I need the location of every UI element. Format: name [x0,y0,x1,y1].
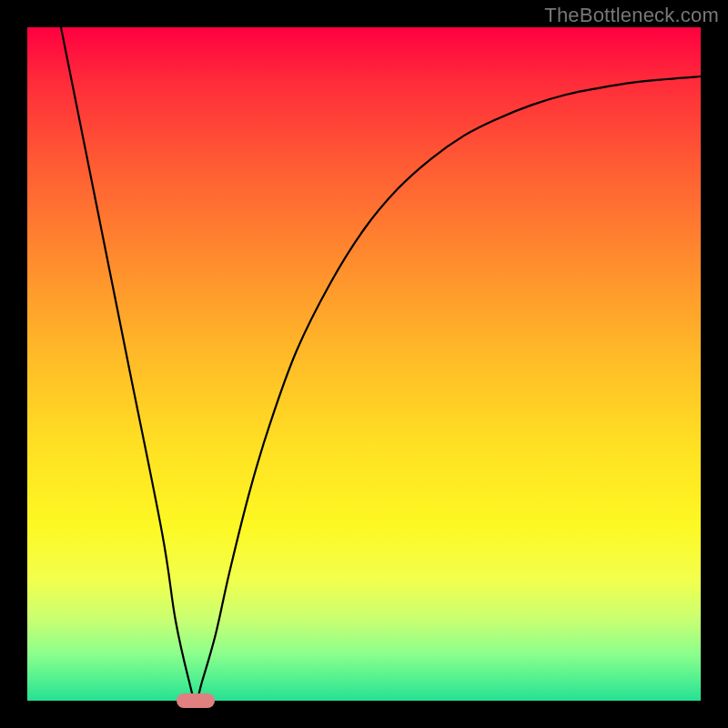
watermark-text: TheBottleneck.com [544,4,719,27]
curve-svg [27,27,701,701]
bottleneck-curve-path [61,27,701,701]
chart-frame: TheBottleneck.com [0,0,728,728]
minimum-marker [177,693,215,708]
plot-area [27,27,701,701]
